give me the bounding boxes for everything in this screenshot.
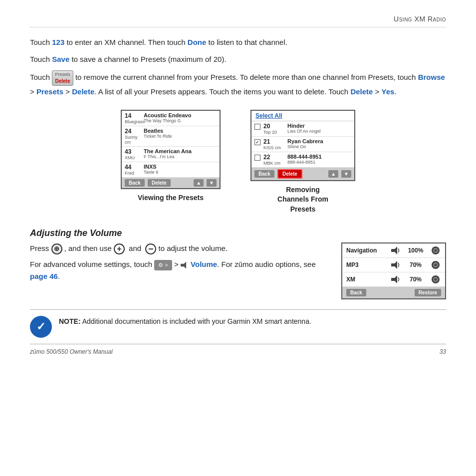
select-caption: Removing Channels From Presets [277,185,328,215]
svg-point-3 [435,249,437,252]
vol-text1-pre: Press [30,244,51,252]
note-text: NOTE: Additional documentation is includ… [59,316,311,327]
list-item[interactable]: 20 Top 20 Hinder Lies Of An Angel [251,121,354,137]
screenshots-row: 14 Bluegrass Acoustic Endeavo The Way Th… [30,110,446,215]
line3-post: to remove the current channel from your … [73,73,418,81]
list-item[interactable]: 21 KISS cm Ryan Cabrera Shine On [251,137,354,152]
sep2: > [63,87,72,96]
note-box: ✓ NOTE: Additional documentation is incl… [30,309,446,344]
table-row[interactable]: 44 Fred INXS Taste It [122,162,220,178]
list-item[interactable]: MP3 70% [342,258,445,272]
select-footer: Back Delete ▲ ▼ [251,168,354,180]
link-123[interactable]: 123 [52,38,64,46]
vol-and: and [129,244,141,252]
vol-text2-pre: For advanced volume settings, touch [30,260,154,268]
preset-back-btn[interactable]: Back [125,179,145,187]
speaker-vol-icon [181,261,189,268]
speaker-left-icon [391,246,401,254]
speaker-right-icon [430,260,441,269]
vol-gt: > [174,260,181,268]
page-header: Using XM Radio [30,15,446,27]
table-row[interactable]: 24 Sunny cm Beatles Ticket To Ride [122,126,220,147]
speaker-right-icon [430,246,441,255]
vol-restore-btn[interactable]: Restore [415,289,441,296]
header-title: Using XM Radio [394,15,446,23]
line3-mid2: . A list of all your Presets appears. To… [94,87,350,96]
wrench-btn[interactable]: ⚙ > [154,260,172,271]
section-title-volume: Adjusting the Volume [30,228,446,238]
vol-back-btn[interactable]: Back [346,289,366,296]
link-delete2[interactable]: Delete [350,87,373,96]
speaker-left-icon [391,261,401,269]
list-item[interactable]: Navigation 100% [342,243,445,258]
preset-delete-button[interactable]: PresetsDelete [52,70,73,86]
svg-marker-8 [391,275,397,283]
preset-footer: Back Delete ▲ ▼ [122,178,220,188]
knob-icon: ⊕ [51,243,62,254]
svg-point-7 [435,264,437,266]
link-save[interactable]: Save [52,55,69,63]
line1-post: to listen to that channel. [206,38,287,46]
preset-caption: Viewing the Presets [138,193,204,203]
checkbox[interactable] [254,139,260,145]
footer-right: 33 [440,348,446,355]
preset-up-btn[interactable]: ▲ [194,179,204,187]
plus-icon: + [114,243,125,254]
link-browse[interactable]: Browse [418,73,445,81]
preset-screen: 14 Bluegrass Acoustic Endeavo The Way Th… [121,110,221,189]
page: Using XM Radio Touch 123 to enter an XM … [0,0,476,364]
footer-left: zūmo 500/550 Owner's Manual [30,348,113,355]
table-row[interactable]: 43 XMU The American Ana F This...I'm Lea [122,147,220,162]
link-presets[interactable]: Presets [36,87,63,96]
select-all-header[interactable]: Select All [251,111,354,121]
speaker-left-icon [391,275,401,283]
line1-mid: to enter an XM channel. Then touch [64,38,188,46]
list-item[interactable]: XM 70% [342,272,445,287]
svg-point-11 [435,278,437,281]
note-icon: ✓ [30,316,52,338]
select-back-btn[interactable]: Back [254,170,274,178]
vol-end: . [58,272,60,280]
select-up-btn[interactable]: ▲ [328,170,338,178]
svg-marker-4 [391,261,397,269]
note-body: Additional documentation is included wit… [82,317,311,325]
body-line2: Touch Save to save a channel to Presets … [30,53,446,65]
minus-icon: − [145,243,156,254]
svg-marker-0 [391,246,397,254]
link-delete[interactable]: Delete [72,87,94,96]
volume-section: Press ⊕ , and then use + and − to adjust… [30,242,446,299]
volume-text: Press ⊕ , and then use + and − to adjust… [30,242,331,282]
vol-text1-comma: , and then use [64,244,114,252]
volume-screen: Navigation 100% MP3 70% XM 70% [341,242,446,299]
line2-pre: Touch [30,55,52,63]
vol-text1-post2: to adjust the volume. [158,244,227,252]
page-footer: zūmo 500/550 Owner's Manual 33 [30,348,446,355]
body-line1: Touch 123 to enter an XM channel. Then t… [30,36,446,48]
select-down-btn[interactable]: ▼ [341,170,351,178]
select-screen: Select All 20 Top 20 Hinder Lies Of An A… [250,110,355,181]
line3-pre: Touch [30,73,52,81]
select-screenshot-block: Select All 20 Top 20 Hinder Lies Of An A… [250,110,355,215]
note-label: NOTE: [59,317,81,325]
line1-pre: Touch [30,38,52,46]
preset-down-btn[interactable]: ▼ [207,179,217,187]
preset-screenshot-block: 14 Bluegrass Acoustic Endeavo The Way Th… [121,110,221,215]
body-line3: Touch PresetsDelete to remove the curren… [30,70,446,98]
link-done[interactable]: Done [188,38,207,46]
sep3: > [373,87,381,96]
select-delete-btn[interactable]: Delete [277,169,302,179]
vol-text2-post: . For zūmo audio options, see [217,260,316,268]
checkbox[interactable] [254,155,260,161]
link-page46[interactable]: page 46 [30,272,58,280]
link-yes[interactable]: Yes [382,87,395,96]
vol-screen-footer: Back Restore [342,287,445,298]
preset-delete-btn[interactable]: Delete [148,179,171,187]
link-volume[interactable]: Volume [191,260,217,268]
list-item[interactable]: 22 MBK cm 888-444-8951 888-444-8951 [251,152,354,168]
line2-post: to save a channel to Presets (maximum of… [69,55,226,63]
speaker-right-icon [430,275,441,284]
table-row[interactable]: 14 Bluegrass Acoustic Endeavo The Way Th… [122,111,220,126]
line3-end: . [394,87,396,96]
sep1: > [30,87,36,96]
checkbox[interactable] [254,124,260,130]
